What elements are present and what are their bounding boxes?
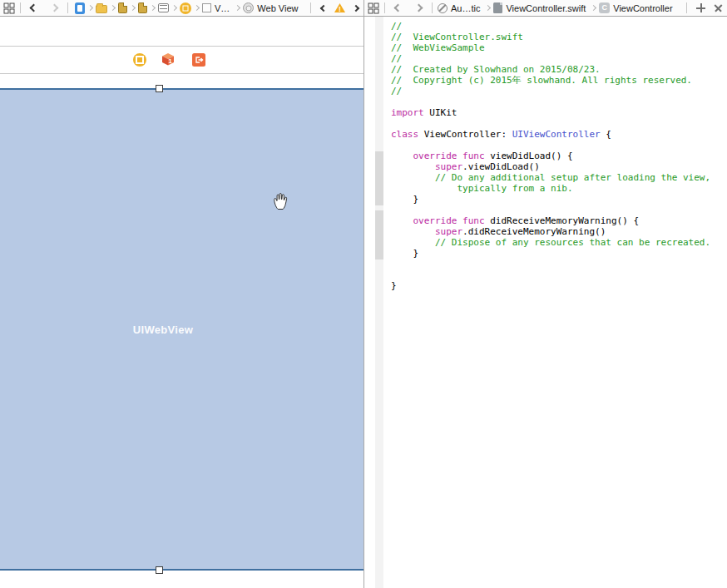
nav-back-button[interactable] xyxy=(30,4,38,12)
chevron-right-icon xyxy=(150,5,156,11)
project-file-icon[interactable] xyxy=(75,2,85,14)
editor-jump-bar: Au…tic ViewController.swift C ViewContro… xyxy=(364,0,727,16)
add-editor-button[interactable] xyxy=(696,3,705,12)
exit-segue-icon[interactable] xyxy=(192,53,205,67)
chevron-right-icon xyxy=(130,5,136,11)
view-controller-dock-icon[interactable] xyxy=(133,53,146,67)
nav-forward-button[interactable] xyxy=(415,4,423,12)
svg-text:!: ! xyxy=(339,5,341,13)
uiwebview-label: UIWebView xyxy=(80,324,246,336)
focus-ribbon[interactable] xyxy=(375,17,383,588)
view-icon[interactable] xyxy=(202,3,211,12)
close-editor-button[interactable] xyxy=(712,2,725,15)
warning-icon[interactable]: ! xyxy=(334,2,346,13)
chevron-right-icon xyxy=(235,5,240,11)
divider xyxy=(0,16,727,17)
svg-text:1: 1 xyxy=(169,57,172,65)
chevron-right-icon xyxy=(485,5,491,11)
divider xyxy=(384,2,385,13)
chevron-right-icon xyxy=(171,5,177,11)
divider xyxy=(686,2,687,13)
ib-jump-bar: V… Web View ! xyxy=(0,0,364,16)
fold-ribbon-segment[interactable] xyxy=(375,210,383,259)
divider xyxy=(0,46,364,47)
class-icon[interactable]: C xyxy=(599,2,610,13)
counterpart-icon[interactable] xyxy=(438,3,448,13)
breadcrumb-symbol[interactable]: ViewController xyxy=(613,3,672,13)
view-controller-icon[interactable] xyxy=(180,2,191,14)
related-items-icon[interactable] xyxy=(3,2,15,14)
divider xyxy=(0,73,364,74)
chevron-right-icon xyxy=(194,5,200,11)
resize-handle-bottom[interactable] xyxy=(156,566,163,574)
breadcrumb-web-view[interactable]: Web View xyxy=(257,3,298,13)
storyboard-file-icon[interactable] xyxy=(138,2,147,13)
divider xyxy=(432,2,433,13)
chevron-right-icon xyxy=(591,5,596,11)
resize-handle-top[interactable] xyxy=(156,85,163,92)
related-items-icon[interactable] xyxy=(368,2,379,14)
chevron-right-icon xyxy=(87,5,93,11)
interface-builder-pane: V… Web View ! 1 xyxy=(0,0,364,588)
breadcrumb-file[interactable]: ViewController.swift xyxy=(506,3,586,13)
divider xyxy=(20,2,21,13)
storyboard-file-icon[interactable] xyxy=(118,2,127,13)
fold-ribbon-segment[interactable] xyxy=(375,151,383,205)
scene-icon[interactable] xyxy=(158,3,169,12)
source-editor-pane: Au…tic ViewController.swift C ViewContro… xyxy=(364,0,727,588)
web-view-icon[interactable] xyxy=(243,2,254,13)
source-code[interactable]: //// ViewController.swift// WebViewSampl… xyxy=(391,16,727,588)
folder-icon[interactable] xyxy=(96,5,107,13)
nav-forward-button[interactable] xyxy=(51,4,59,12)
first-responder-icon[interactable]: 1 xyxy=(161,52,176,67)
divider xyxy=(310,2,311,13)
chevron-right-icon xyxy=(110,5,116,11)
issue-previous-button[interactable] xyxy=(320,4,327,11)
divider xyxy=(67,2,68,13)
nav-back-button[interactable] xyxy=(394,4,403,12)
xcode-window: V… Web View ! 1 xyxy=(0,0,727,588)
hand-cursor-icon xyxy=(272,192,289,210)
breadcrumb-view[interactable]: V… xyxy=(215,3,230,13)
breadcrumb-automatic[interactable]: Au…tic xyxy=(451,3,480,13)
swift-file-icon[interactable] xyxy=(493,2,502,13)
issue-next-button[interactable] xyxy=(353,4,359,11)
